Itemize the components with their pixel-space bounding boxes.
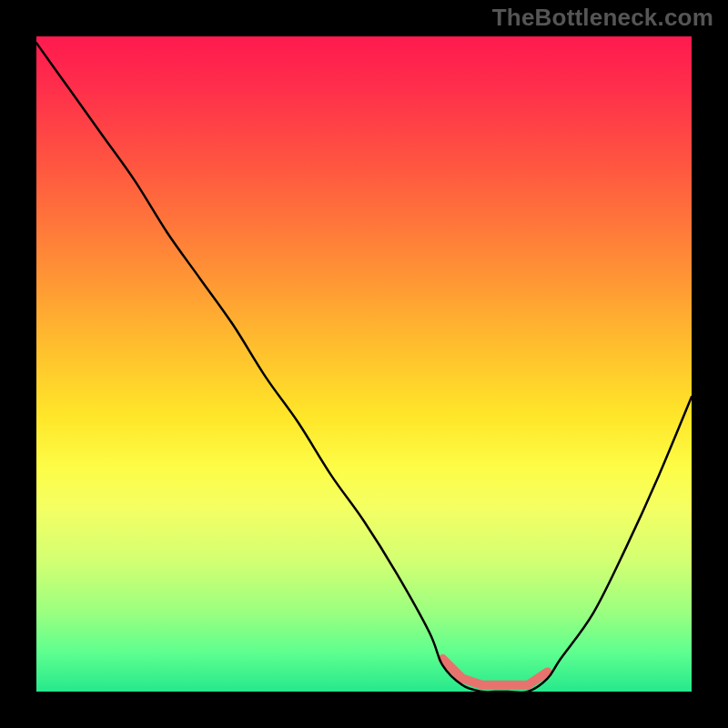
chart-container: TheBottleneck.com — [0, 0, 728, 728]
watermark-text: TheBottleneck.com — [492, 4, 713, 32]
chart-svg — [36, 36, 692, 692]
plot-area — [36, 36, 692, 692]
bottleneck-curve — [36, 43, 692, 692]
